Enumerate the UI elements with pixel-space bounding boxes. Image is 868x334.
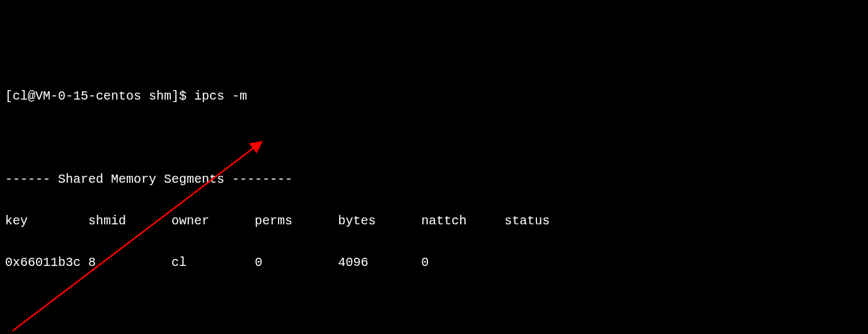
- cell-key: 0x66011b3c: [5, 255, 81, 270]
- col-bytes: bytes: [338, 214, 376, 228]
- cell-owner: cl: [171, 255, 187, 270]
- col-status: status: [504, 214, 550, 228]
- col-owner: owner: [171, 214, 209, 228]
- command-input-1[interactable]: ipcs -m: [194, 89, 247, 103]
- annotation-arrow-icon: [0, 0, 868, 334]
- cell-perms: 0: [255, 255, 262, 270]
- col-key: key: [5, 214, 28, 228]
- table-row: 0x66011b3c 8 cl 0 4096 0: [5, 252, 863, 273]
- cell-bytes: 4096: [338, 255, 368, 270]
- col-shmid: shmid: [88, 214, 126, 228]
- prompt-line-1: [cl@VM-0-15-centos shm]$ ipcs -m: [5, 86, 863, 107]
- cell-nattch: 0: [421, 255, 429, 270]
- section-header-1: ------ Shared Memory Segments --------: [5, 169, 863, 190]
- blank-line: [5, 294, 863, 314]
- blank-line: [5, 127, 863, 148]
- table-header-row-1: key shmid owner perms bytes nattch statu…: [5, 210, 863, 231]
- col-nattch: nattch: [421, 214, 466, 228]
- prompt: [cl@VM-0-15-centos shm]$: [5, 89, 194, 103]
- col-perms: perms: [255, 214, 292, 228]
- cell-shmid: 8: [88, 255, 96, 270]
